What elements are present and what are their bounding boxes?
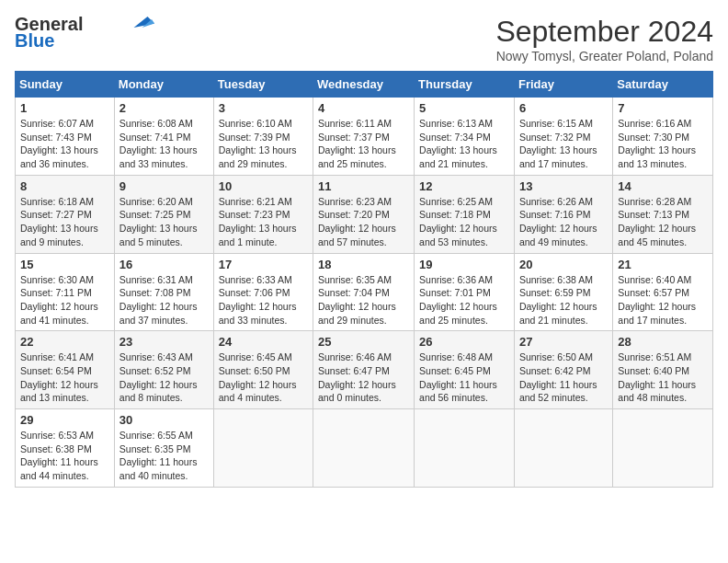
day-number: 4: [318, 101, 409, 115]
day-info: Sunrise: 6:13 AMSunset: 7:34 PMDaylight:…: [419, 117, 509, 171]
calendar-cell: 26Sunrise: 6:48 AMSunset: 6:45 PMDayligh…: [415, 331, 515, 409]
day-number: 16: [119, 258, 209, 271]
day-number: 15: [20, 258, 109, 271]
day-info: Sunrise: 6:51 AMSunset: 6:40 PMDaylight:…: [618, 350, 708, 405]
calendar-cell: 15Sunrise: 6:30 AMSunset: 7:11 PMDayligh…: [16, 253, 115, 331]
day-info: Sunrise: 6:30 AMSunset: 7:11 PMDaylight:…: [20, 273, 109, 327]
day-info: Sunrise: 6:20 AMSunset: 7:25 PMDaylight:…: [119, 195, 209, 249]
day-number: 8: [20, 179, 109, 193]
location-subtitle: Nowy Tomysl, Greater Poland, Poland: [495, 49, 713, 63]
day-header-saturday: Saturday: [613, 72, 713, 98]
calendar-cell: [213, 409, 313, 488]
calendar-cell: 29Sunrise: 6:53 AMSunset: 6:38 PMDayligh…: [16, 409, 115, 488]
day-info: Sunrise: 6:16 AMSunset: 7:30 PMDaylight:…: [618, 117, 708, 171]
calendar-cell: 14Sunrise: 6:28 AMSunset: 7:13 PMDayligh…: [613, 175, 713, 253]
day-info: Sunrise: 6:11 AMSunset: 7:37 PMDaylight:…: [318, 117, 409, 171]
day-info: Sunrise: 6:15 AMSunset: 7:32 PMDaylight:…: [519, 117, 608, 171]
day-info: Sunrise: 6:45 AMSunset: 6:50 PMDaylight:…: [219, 350, 308, 405]
day-number: 26: [419, 335, 509, 349]
calendar-cell: [613, 409, 713, 488]
month-title: September 2024: [495, 15, 713, 49]
calendar-header: SundayMondayTuesdayWednesdayThursdayFrid…: [16, 72, 713, 98]
day-header-monday: Monday: [114, 72, 213, 98]
day-info: Sunrise: 6:55 AMSunset: 6:35 PMDaylight:…: [119, 429, 209, 483]
day-number: 2: [119, 101, 209, 115]
week-row-2: 8Sunrise: 6:18 AMSunset: 7:27 PMDaylight…: [16, 175, 713, 253]
day-info: Sunrise: 6:28 AMSunset: 7:13 PMDaylight:…: [618, 195, 708, 249]
day-header-wednesday: Wednesday: [313, 72, 415, 98]
calendar-cell: 4Sunrise: 6:11 AMSunset: 7:37 PMDaylight…: [313, 98, 415, 176]
day-number: 10: [219, 179, 308, 193]
day-number: 29: [20, 413, 109, 427]
calendar-cell: 20Sunrise: 6:38 AMSunset: 6:59 PMDayligh…: [514, 253, 612, 331]
day-number: 23: [119, 335, 209, 349]
day-number: 22: [20, 335, 109, 349]
day-info: Sunrise: 6:21 AMSunset: 7:23 PMDaylight:…: [219, 195, 308, 249]
day-info: Sunrise: 6:40 AMSunset: 6:57 PMDaylight:…: [618, 273, 708, 327]
day-info: Sunrise: 6:33 AMSunset: 7:06 PMDaylight:…: [219, 273, 308, 327]
day-number: 18: [318, 258, 409, 271]
day-number: 1: [20, 101, 109, 115]
day-number: 3: [219, 101, 308, 115]
day-number: 5: [419, 101, 509, 115]
day-number: 17: [219, 258, 308, 271]
day-info: Sunrise: 6:48 AMSunset: 6:45 PMDaylight:…: [419, 350, 509, 405]
calendar-cell: 28Sunrise: 6:51 AMSunset: 6:40 PMDayligh…: [613, 331, 713, 409]
day-info: Sunrise: 6:35 AMSunset: 7:04 PMDaylight:…: [318, 273, 409, 327]
day-number: 28: [618, 335, 708, 349]
day-number: 27: [519, 335, 608, 349]
calendar-cell: 19Sunrise: 6:36 AMSunset: 7:01 PMDayligh…: [415, 253, 515, 331]
calendar-cell: 11Sunrise: 6:23 AMSunset: 7:20 PMDayligh…: [313, 175, 415, 253]
calendar-cell: 17Sunrise: 6:33 AMSunset: 7:06 PMDayligh…: [213, 253, 313, 331]
day-number: 7: [618, 101, 708, 115]
day-info: Sunrise: 6:07 AMSunset: 7:43 PMDaylight:…: [20, 117, 109, 171]
calendar-cell: 2Sunrise: 6:08 AMSunset: 7:41 PMDaylight…: [114, 98, 213, 176]
day-info: Sunrise: 6:38 AMSunset: 6:59 PMDaylight:…: [519, 273, 608, 327]
day-header-sunday: Sunday: [16, 72, 115, 98]
calendar-cell: 27Sunrise: 6:50 AMSunset: 6:42 PMDayligh…: [514, 331, 612, 409]
calendar-cell: 18Sunrise: 6:35 AMSunset: 7:04 PMDayligh…: [313, 253, 415, 331]
calendar-cell: 21Sunrise: 6:40 AMSunset: 6:57 PMDayligh…: [613, 253, 713, 331]
calendar-cell: 30Sunrise: 6:55 AMSunset: 6:35 PMDayligh…: [114, 409, 213, 488]
calendar-cell: 22Sunrise: 6:41 AMSunset: 6:54 PMDayligh…: [16, 331, 115, 409]
day-info: Sunrise: 6:18 AMSunset: 7:27 PMDaylight:…: [20, 195, 109, 249]
day-info: Sunrise: 6:46 AMSunset: 6:47 PMDaylight:…: [318, 350, 409, 405]
day-info: Sunrise: 6:31 AMSunset: 7:08 PMDaylight:…: [119, 273, 209, 327]
day-number: 12: [419, 179, 509, 193]
day-number: 19: [419, 258, 509, 271]
day-info: Sunrise: 6:08 AMSunset: 7:41 PMDaylight:…: [119, 117, 209, 171]
week-row-5: 29Sunrise: 6:53 AMSunset: 6:38 PMDayligh…: [16, 409, 713, 488]
calendar-cell: 8Sunrise: 6:18 AMSunset: 7:27 PMDaylight…: [16, 175, 115, 253]
calendar-cell: 16Sunrise: 6:31 AMSunset: 7:08 PMDayligh…: [114, 253, 213, 331]
calendar-table: SundayMondayTuesdayWednesdayThursdayFrid…: [15, 71, 713, 488]
day-info: Sunrise: 6:26 AMSunset: 7:16 PMDaylight:…: [519, 195, 608, 249]
week-row-3: 15Sunrise: 6:30 AMSunset: 7:11 PMDayligh…: [16, 253, 713, 331]
calendar-body: 1Sunrise: 6:07 AMSunset: 7:43 PMDaylight…: [16, 98, 713, 488]
day-number: 20: [519, 258, 608, 271]
calendar-cell: 6Sunrise: 6:15 AMSunset: 7:32 PMDaylight…: [514, 98, 612, 176]
calendar-cell: 13Sunrise: 6:26 AMSunset: 7:16 PMDayligh…: [514, 175, 612, 253]
calendar-cell: 3Sunrise: 6:10 AMSunset: 7:39 PMDaylight…: [213, 98, 313, 176]
page-header: General Blue September 2024 Nowy Tomysl,…: [15, 15, 713, 63]
calendar-cell: 1Sunrise: 6:07 AMSunset: 7:43 PMDaylight…: [16, 98, 115, 176]
logo-icon: [127, 14, 154, 30]
day-number: 14: [618, 179, 708, 193]
week-row-1: 1Sunrise: 6:07 AMSunset: 7:43 PMDaylight…: [16, 98, 713, 176]
calendar-cell: 5Sunrise: 6:13 AMSunset: 7:34 PMDaylight…: [415, 98, 515, 176]
calendar-cell: [415, 409, 515, 488]
day-info: Sunrise: 6:36 AMSunset: 7:01 PMDaylight:…: [419, 273, 509, 327]
day-header-tuesday: Tuesday: [213, 72, 313, 98]
calendar-cell: [313, 409, 415, 488]
logo: General Blue: [15, 15, 154, 50]
calendar-cell: 23Sunrise: 6:43 AMSunset: 6:52 PMDayligh…: [114, 331, 213, 409]
calendar-cell: 9Sunrise: 6:20 AMSunset: 7:25 PMDaylight…: [114, 175, 213, 253]
calendar-cell: 24Sunrise: 6:45 AMSunset: 6:50 PMDayligh…: [213, 331, 313, 409]
day-info: Sunrise: 6:10 AMSunset: 7:39 PMDaylight:…: [219, 117, 308, 171]
day-info: Sunrise: 6:23 AMSunset: 7:20 PMDaylight:…: [318, 195, 409, 249]
calendar-cell: 10Sunrise: 6:21 AMSunset: 7:23 PMDayligh…: [213, 175, 313, 253]
day-info: Sunrise: 6:53 AMSunset: 6:38 PMDaylight:…: [20, 429, 109, 483]
calendar-cell: 12Sunrise: 6:25 AMSunset: 7:18 PMDayligh…: [415, 175, 515, 253]
header-row: SundayMondayTuesdayWednesdayThursdayFrid…: [16, 72, 713, 98]
day-number: 25: [318, 335, 409, 349]
day-number: 21: [618, 258, 708, 271]
